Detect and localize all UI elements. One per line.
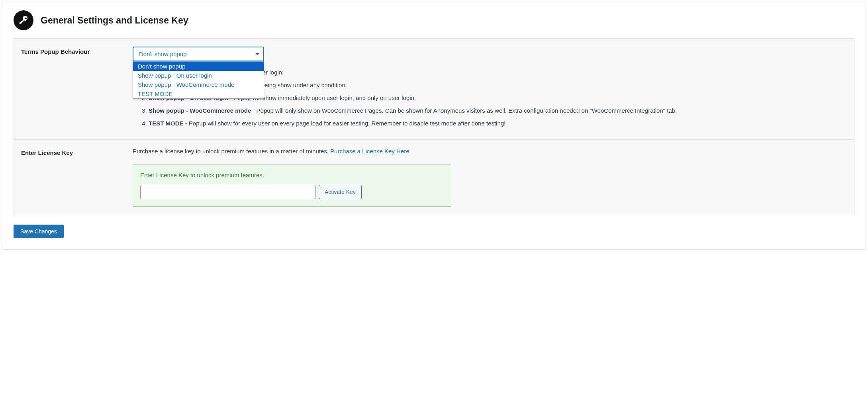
dropdown-option-user-login[interactable]: Show popup - On user login <box>133 71 264 80</box>
settings-form: Terms Popup Behaviour Don't show popup D… <box>14 38 854 215</box>
activate-key-button[interactable]: Activate Key <box>319 185 362 199</box>
license-key-input[interactable] <box>140 185 315 199</box>
page-title: General Settings and License Key <box>41 15 188 26</box>
dropdown-option-dont-show[interactable]: Don't show popup <box>133 62 264 71</box>
terms-popup-dropdown: Don't show popup Show popup - On user lo… <box>133 61 264 99</box>
select-value: Don't show popup <box>139 51 187 57</box>
page-header: General Settings and License Key <box>2 2 866 38</box>
key-icon <box>14 10 33 30</box>
license-key-row: Enter License Key Purchase a license key… <box>14 140 854 215</box>
help-item-4: TEST MODE - Popup will show for every us… <box>149 119 847 128</box>
terms-popup-row: Terms Popup Behaviour Don't show popup D… <box>14 39 854 140</box>
help-item-3: Show popup - WooCommerce mode - Popup wi… <box>149 106 847 115</box>
terms-popup-select[interactable]: Don't show popup <box>133 47 264 61</box>
terms-popup-label: Terms Popup Behaviour <box>21 47 133 131</box>
dropdown-option-test-mode[interactable]: TEST MODE <box>133 89 264 98</box>
purchase-license-link[interactable]: Purchase a License Key Here. <box>330 148 411 155</box>
license-intro-text: Purchase a license key to unlock premium… <box>133 148 847 155</box>
license-box-text: Enter License Key to unlock premium feat… <box>140 172 444 178</box>
license-box: Enter License Key to unlock premium feat… <box>133 164 451 207</box>
license-key-label: Enter License Key <box>21 148 133 207</box>
save-changes-button[interactable]: Save Changes <box>14 225 64 238</box>
dropdown-option-woocommerce[interactable]: Show popup - WooCommerce mode <box>133 80 264 89</box>
